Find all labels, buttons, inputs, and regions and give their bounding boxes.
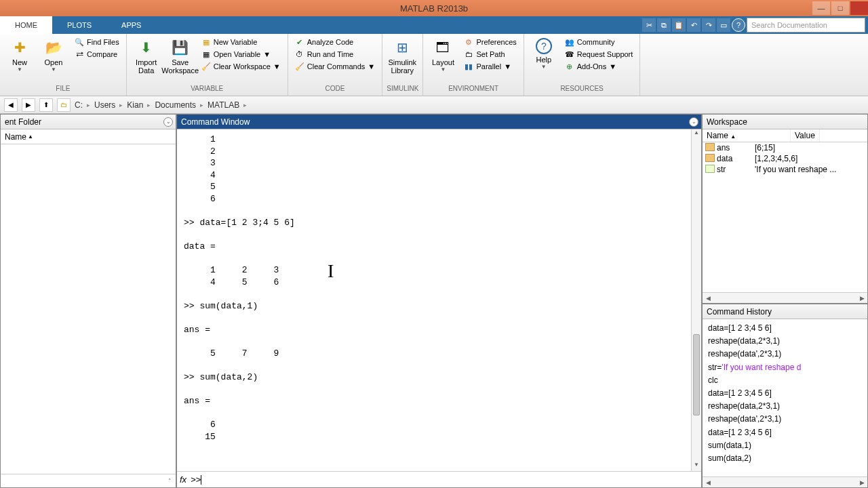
breadcrumb[interactable]: C:▸Users▸Kian▸Documents▸MATLAB▸ [75, 100, 247, 110]
scroll-right-icon[interactable]: ▶ [856, 295, 867, 302]
workspace-row[interactable]: str'If you want reshape ... [703, 164, 867, 175]
panel-options-icon[interactable]: ⌄ [689, 117, 698, 127]
panel-options-icon[interactable]: ⌄ [163, 117, 173, 127]
gear-icon: ⚙ [464, 37, 473, 47]
history-item[interactable]: reshape(data',2*3,1) [708, 413, 862, 426]
addons-icon: ⊕ [565, 62, 574, 71]
breadcrumb-segment[interactable]: MATLAB [208, 100, 239, 110]
input-caret [201, 475, 201, 485]
history-item[interactable]: reshape(data,2*3,1) [708, 335, 862, 348]
variable-icon [705, 165, 715, 173]
preferences-button[interactable]: ⚙Preferences [461, 37, 519, 47]
ribbon-group-label: FILE [4, 85, 122, 96]
tab-home[interactable]: HOME [0, 16, 52, 34]
workspace-columns[interactable]: Name ▲ Value [703, 129, 867, 142]
help-circle-icon: ? [536, 38, 552, 54]
command-history-header[interactable]: Command History [703, 304, 867, 319]
set-path-button[interactable]: 🗀Set Path [461, 49, 519, 60]
horizontal-scrollbar[interactable]: ◀ ▶ [703, 476, 867, 487]
variable-icon [705, 143, 715, 151]
tab-apps[interactable]: APPS [106, 16, 156, 34]
scroll-left-icon[interactable]: ◀ [703, 479, 713, 486]
nav-forward-icon[interactable]: ▶ [22, 98, 35, 112]
request-support-button[interactable]: ☎Request Support [562, 49, 636, 60]
redo-icon[interactable]: ↷ [702, 18, 715, 32]
ribbon-group-label: SIMULINK [387, 85, 418, 96]
scroll-up-icon[interactable]: ▲ [692, 129, 701, 139]
help-icon[interactable]: ? [732, 18, 745, 32]
open-button[interactable]: 📂 Open ▼ [38, 37, 69, 73]
breadcrumb-segment[interactable]: Kian [127, 100, 143, 110]
copy-icon[interactable]: ⧉ [657, 18, 671, 32]
cut-icon[interactable]: ✂ [642, 18, 656, 32]
breadcrumb-segment[interactable]: Documents [155, 100, 196, 110]
simulink-library-button[interactable]: ⊞ Simulink Library [387, 37, 418, 75]
breadcrumb-separator-icon: ▸ [243, 102, 247, 108]
new-var-icon: ▦ [201, 37, 211, 47]
command-history-list[interactable]: data=[1 2 3;4 5 6]reshape(data,2*3,1)res… [703, 319, 867, 476]
layout-button[interactable]: 🗔 Layout ▼ [427, 37, 458, 73]
nav-up-icon[interactable]: ⬆ [39, 98, 53, 112]
current-folder-header[interactable]: ent Folder ⌄ [1, 115, 176, 129]
scroll-thumb[interactable] [693, 334, 700, 415]
details-collapsed[interactable]: ˄ [1, 474, 176, 487]
add-ons-button[interactable]: ⊕Add-Ons ▼ [562, 61, 636, 72]
command-window-header[interactable]: Command Window ⌄ [177, 115, 701, 129]
import-icon: ⬇ [137, 38, 156, 57]
history-item[interactable]: data=[1 2 3;4 5 6] [708, 322, 862, 335]
clear-commands-button[interactable]: 🧹Clear Commands ▼ [292, 61, 378, 72]
horizontal-scrollbar[interactable]: ◀ ▶ [703, 292, 867, 303]
workspace-header[interactable]: Workspace [703, 115, 867, 129]
folder-name-column[interactable]: Name▲ [1, 129, 176, 144]
windows-icon[interactable]: ▭ [717, 18, 730, 32]
help-button[interactable]: ? Help ▼ [528, 37, 559, 70]
chevron-down-icon: ▼ [17, 66, 22, 73]
vertical-scrollbar[interactable]: ▲ ▼ [691, 129, 701, 471]
history-item[interactable]: str='If you want reshape d [708, 361, 862, 374]
history-item[interactable]: data=[1 2 3;4 5 6] [708, 426, 862, 439]
workspace-panel: Workspace Name ▲ Value ans[6;15]data[1,2… [702, 114, 868, 304]
paste-icon[interactable]: 📋 [672, 18, 686, 32]
open-variable-button[interactable]: ▦Open Variable ▼ [199, 49, 283, 60]
community-button[interactable]: 👥Community [562, 37, 636, 47]
search-docs-input[interactable]: Search Documentation [747, 18, 865, 33]
workspace-row[interactable]: ans[6;15] [703, 142, 867, 153]
history-item[interactable]: data=[1 2 3;4 5 6] [708, 387, 862, 400]
scroll-right-icon[interactable]: ▶ [856, 479, 867, 486]
breadcrumb-segment[interactable]: Users [94, 100, 115, 110]
save-workspace-button[interactable]: 💾 Save Workspace [165, 37, 196, 75]
save-icon: 💾 [171, 38, 190, 57]
find-files-button[interactable]: 🔍Find Files [72, 37, 122, 47]
new-variable-button[interactable]: ▦New Variable [199, 37, 283, 47]
minimize-button[interactable]: — [812, 1, 830, 15]
workspace-row[interactable]: data[1,2,3;4,5,6] [703, 153, 867, 164]
undo-icon[interactable]: ↶ [687, 18, 701, 32]
command-prompt[interactable]: fx >> [177, 471, 701, 487]
chevron-down-icon: ▼ [273, 62, 281, 70]
history-item[interactable]: sum(data,1) [708, 439, 862, 452]
nav-back-icon[interactable]: ◀ [4, 98, 18, 112]
clear-workspace-button[interactable]: 🧹Clear Workspace ▼ [199, 61, 283, 72]
new-button[interactable]: ✚ New ▼ [4, 37, 35, 73]
scroll-down-icon[interactable]: ▼ [692, 462, 701, 471]
analyze-code-button[interactable]: ✔Analyze Code [292, 37, 378, 47]
main-tabs: HOME PLOTS APPS ✂ ⧉ 📋 ↶ ↷ ▭ ? Search Doc… [0, 16, 868, 34]
history-item[interactable]: reshape(data',2*3,1) [708, 348, 862, 361]
command-window-output[interactable]: 1 2 3 4 5 6 >> data=[1 2 3;4 5 6] data =… [177, 129, 701, 471]
run-and-time-button[interactable]: ⏱Run and Time [292, 49, 378, 60]
ribbon-group-label: VARIABLE [131, 85, 283, 96]
compare-button[interactable]: ⮂Compare [72, 49, 122, 60]
history-item[interactable]: clc [708, 374, 862, 387]
close-button[interactable] [850, 1, 868, 15]
parallel-button[interactable]: ▮▮Parallel ▼ [461, 61, 519, 72]
history-item[interactable]: reshape(data,2*3,1) [708, 400, 862, 413]
maximize-button[interactable]: □ [831, 1, 849, 15]
simulink-icon: ⊞ [393, 38, 412, 57]
scroll-left-icon[interactable]: ◀ [703, 295, 713, 302]
tab-plots[interactable]: PLOTS [52, 16, 106, 34]
breadcrumb-segment[interactable]: C: [75, 100, 83, 110]
history-item[interactable]: sum(data,2) [708, 452, 862, 465]
import-data-button[interactable]: ⬇ Import Data [131, 37, 162, 75]
folder-icon[interactable]: 🗀 [57, 98, 71, 112]
run-time-icon: ⏱ [295, 49, 304, 59]
